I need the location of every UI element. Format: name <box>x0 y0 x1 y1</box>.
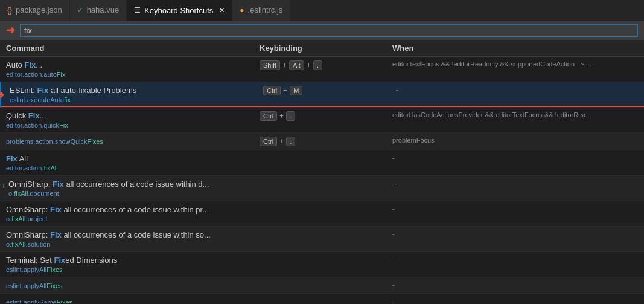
plus-icon: + <box>1 181 6 190</box>
cell-when: - <box>392 205 638 212</box>
cmd-title: Terminal: Set Fixed Dimensions <box>6 256 260 265</box>
table-row[interactable]: OmniSharp: Fix all occurrences of a code… <box>0 201 644 227</box>
cell-command: Quick Fix... editor.action.quickFix <box>6 111 260 129</box>
cmd-id: problems.action.showQuickFixes <box>6 138 260 145</box>
vue-icon: ✓ <box>77 6 83 15</box>
row-arrow-icon: ➜ <box>0 88 4 102</box>
close-tab-button[interactable]: ✕ <box>219 7 225 15</box>
cmd-title: OmniSharp: Fix all occurrences of a code… <box>6 230 260 239</box>
cell-when: - <box>396 86 638 93</box>
tab-label: Keyboard Shortcuts <box>144 6 213 15</box>
cell-when: - <box>395 179 638 187</box>
key-badge: . <box>286 137 295 146</box>
cmd-title: Quick Fix... <box>6 111 260 120</box>
cell-command: eslint.applySameFixes <box>6 297 260 303</box>
cell-when: - <box>392 297 638 303</box>
key-badge: M <box>290 86 302 95</box>
cmd-id: eslint.applyAllFixes <box>6 266 260 273</box>
cell-when: editorTextFocus && !editorReadonly && su… <box>392 60 638 68</box>
cmd-title: ESLint: Fix all auto-fixable Problems <box>10 86 263 95</box>
search-input-wrapper[interactable] <box>20 24 638 37</box>
cell-when: problemFocus <box>392 137 638 144</box>
cmd-id: editor.action.quickFix <box>6 121 260 129</box>
key-badge: Shift <box>260 60 280 70</box>
table-row[interactable]: Fix All editor.action.fixAll - <box>0 150 644 176</box>
header-command: Command <box>6 44 260 53</box>
cell-command: OmniSharp: Fix all occurrences of a code… <box>6 205 260 222</box>
cell-keybinding: Ctrl + . <box>260 137 392 146</box>
cmd-id: editor.action.autoFix <box>6 71 260 78</box>
json-icon: {} <box>7 6 12 15</box>
eslint-icon: ● <box>240 6 244 15</box>
table-header: Command Keybinding When <box>0 40 644 57</box>
table-row[interactable]: eslint.applySameFixes - <box>0 294 644 303</box>
tab-label: .eslintrc.js <box>248 5 283 15</box>
key-sep: + <box>279 112 284 120</box>
key-sep: + <box>279 137 284 146</box>
tab-eslintrc[interactable]: ● .eslintrc.js <box>232 0 290 21</box>
key-badge: Ctrl <box>260 111 277 121</box>
key-badge: . <box>286 111 295 121</box>
cmd-id: editor.action.fixAll <box>6 164 260 172</box>
search-arrow-icon: ➜ <box>6 24 15 37</box>
key-sep: + <box>282 61 287 70</box>
header-keybinding: Keybinding <box>260 44 392 53</box>
search-input[interactable] <box>24 26 634 35</box>
tab-label: haha.vue <box>87 5 120 15</box>
cell-keybinding: Ctrl + . <box>260 111 392 121</box>
cmd-id: eslint.applySameFixes <box>6 299 260 303</box>
table-row[interactable]: eslint.applyAllFixes - <box>0 277 644 294</box>
table-row[interactable]: problems.action.showQuickFixes Ctrl + . … <box>0 133 644 150</box>
search-bar: ➜ <box>0 21 644 40</box>
key-badge: Ctrl <box>260 137 277 146</box>
cell-command: OmniSharp: Fix all occurrences of a code… <box>8 179 262 197</box>
key-badge: Alt <box>289 60 304 70</box>
cell-keybinding: Ctrl + M <box>263 86 396 95</box>
cmd-title: Auto Fix... <box>6 60 260 70</box>
cmd-title: OmniSharp: Fix all occurrences of a code… <box>6 205 260 214</box>
cell-command: eslint.applyAllFixes <box>6 281 260 289</box>
cell-when: - <box>392 281 638 288</box>
tab-haha-vue[interactable]: ✓ haha.vue <box>70 0 127 21</box>
key-badge: Ctrl <box>263 86 281 95</box>
cmd-id: eslint.executeAutofix <box>10 96 263 103</box>
table-row[interactable]: ➜ ESLint: Fix all auto-fixable Problems … <box>0 82 644 108</box>
cell-when: - <box>392 154 638 161</box>
key-sep: + <box>307 61 311 70</box>
table-row[interactable]: Auto Fix... editor.action.autoFix Shift … <box>0 57 644 82</box>
cmd-id: eslint.applyAllFixes <box>6 282 260 289</box>
cell-when: - <box>392 230 638 238</box>
cell-command: ESLint: Fix all auto-fixable Problems es… <box>10 86 263 103</box>
cell-command: Auto Fix... editor.action.autoFix <box>6 60 260 78</box>
tab-label: package.json <box>16 5 62 15</box>
cell-command: Terminal: Set Fixed Dimensions eslint.ap… <box>6 256 260 273</box>
key-badge: . <box>313 60 322 70</box>
red-underline <box>1 106 644 107</box>
table-row[interactable]: + OmniSharp: Fix all occurrences of a co… <box>0 176 644 201</box>
tab-bar: {} package.json ✓ haha.vue ☰ Keyboard Sh… <box>0 0 644 21</box>
cmd-id: o.fixAll.project <box>6 215 260 222</box>
shortcuts-table: Command Keybinding When Auto Fix... edit… <box>0 40 644 303</box>
cmd-title: Fix All <box>6 154 260 163</box>
cell-command: Fix All editor.action.fixAll <box>6 154 260 172</box>
table-row[interactable]: Quick Fix... editor.action.quickFix Ctrl… <box>0 108 644 133</box>
tab-package-json[interactable]: {} package.json <box>0 0 70 21</box>
cell-keybinding: Shift + Alt + . <box>260 60 392 70</box>
cell-when: - <box>392 256 638 263</box>
cmd-title: OmniSharp: Fix all occurrences of a code… <box>8 179 262 189</box>
keyboard-icon: ☰ <box>134 6 141 15</box>
cell-command: problems.action.showQuickFixes <box>6 137 260 145</box>
table-row[interactable]: OmniSharp: Fix all occurrences of a code… <box>0 227 644 252</box>
tab-keyboard-shortcuts[interactable]: ☰ Keyboard Shortcuts ✕ <box>127 0 232 21</box>
key-sep: + <box>283 86 287 95</box>
header-when: When <box>392 44 608 53</box>
cell-when: editorHasCodeActionsProvider && editorTe… <box>392 111 638 118</box>
cell-command: OmniSharp: Fix all occurrences of a code… <box>6 230 260 248</box>
cmd-id: o.fixAll.document <box>8 190 262 197</box>
cmd-id: o.fixAll.solution <box>6 241 260 248</box>
table-row[interactable]: Terminal: Set Fixed Dimensions eslint.ap… <box>0 252 644 277</box>
